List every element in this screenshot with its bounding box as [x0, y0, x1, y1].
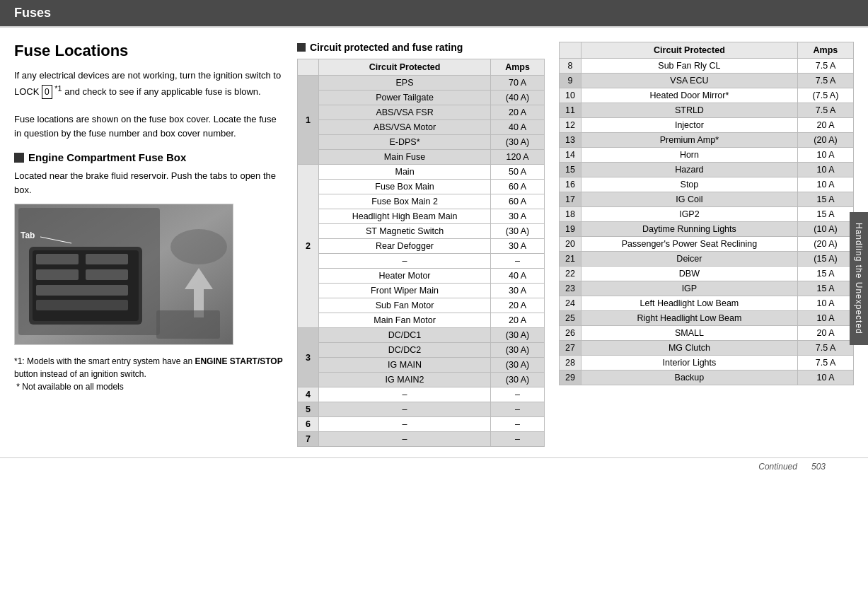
- right-fuse-number: 21: [560, 252, 581, 267]
- circuit-name: EPS: [319, 76, 491, 91]
- right-fuse-number: 16: [560, 177, 581, 192]
- fuse-table-row: 3DC/DC1(30 A): [298, 328, 545, 343]
- circuit-amps: –: [491, 417, 545, 432]
- fuse-number: 1: [298, 76, 319, 165]
- right-table-row: 15Hazard10 A: [560, 163, 854, 177]
- svg-point-14: [170, 229, 227, 264]
- right-circuit-amps: 10 A: [797, 177, 853, 192]
- circuit-amps: –: [491, 254, 545, 269]
- circuit-name: –: [319, 254, 491, 269]
- right-fuse-number: 18: [560, 207, 581, 222]
- circuit-amps: –: [491, 432, 545, 447]
- right-table-row: 12Injector20 A: [560, 118, 854, 133]
- right-fuse-number: 23: [560, 281, 581, 296]
- right-table-row: 8Sub Fan Rly CL7.5 A: [560, 59, 854, 74]
- continued-text: Continued 503: [758, 462, 826, 472]
- circuit-name: DC/DC2: [319, 343, 491, 358]
- circuit-amps: 20 A: [491, 105, 545, 120]
- right-fuse-number: 29: [560, 370, 581, 385]
- right-circuit-name: VSA ECU: [581, 74, 797, 88]
- fuse-number: 2: [298, 165, 319, 328]
- right-circuit-amps: (20 A): [797, 237, 853, 252]
- fuse-number: 6: [298, 417, 319, 432]
- fuse-box-image: Tab: [14, 204, 233, 345]
- svg-rect-6: [36, 269, 79, 280]
- circuit-amps: –: [491, 387, 545, 402]
- middle-column: Circuit protected and fuse rating Circui…: [297, 42, 545, 447]
- right-table-row: 13Premium Amp*(20 A): [560, 133, 854, 148]
- circuit-name: Main Fan Motor: [319, 313, 491, 328]
- circuit-name: DC/DC1: [319, 328, 491, 343]
- footnote: *1: Models with the smart entry system h…: [14, 355, 283, 393]
- right-circuit-amps: (15 A): [797, 252, 853, 267]
- right-table-row: 28Interior Lights7.5 A: [560, 356, 854, 370]
- circuit-amps: (40 A): [491, 91, 545, 105]
- heading-square-icon: [14, 153, 24, 163]
- right-table-row: 9VSA ECU7.5 A: [560, 74, 854, 88]
- circuit-name: IG MAIN: [319, 358, 491, 373]
- circuit-amps: (30 A): [491, 135, 545, 150]
- page-footer: Continued 503: [0, 457, 868, 475]
- circuit-amps: 30 A: [491, 284, 545, 298]
- fuse-table-row: Headlight High Beam Main30 A: [298, 209, 545, 224]
- fuse-number: 4: [298, 387, 319, 402]
- right-circuit-amps: 10 A: [797, 296, 853, 311]
- right-table-row: 17IG Coil15 A: [560, 192, 854, 207]
- right-table-row: 26SMALL20 A: [560, 326, 854, 341]
- fuse-number: 3: [298, 328, 319, 387]
- right-fuse-number: 17: [560, 192, 581, 207]
- right-fuse-number: 15: [560, 163, 581, 177]
- right-circuit-name: IG Coil: [581, 192, 797, 207]
- section-title: Fuse Locations: [14, 42, 283, 60]
- right-fuse-number: 8: [560, 59, 581, 74]
- right-table-row: 20Passenger's Power Seat Reclining(20 A): [560, 237, 854, 252]
- right-circuit-amps: 7.5 A: [797, 341, 853, 356]
- fuse-table-row: ABS/VSA Motor40 A: [298, 120, 545, 135]
- circuit-amps: 30 A: [491, 239, 545, 254]
- left-column: Fuse Locations If any electrical devices…: [14, 42, 283, 447]
- circuit-name: ABS/VSA FSR: [319, 105, 491, 120]
- svg-text:Tab: Tab: [21, 231, 35, 240]
- right-circuit-amps: 20 A: [797, 326, 853, 341]
- right-circuit-name: Hazard: [581, 163, 797, 177]
- circuit-name: Power Tailgate: [319, 91, 491, 105]
- right-circuit-name: Passenger's Power Seat Reclining: [581, 237, 797, 252]
- right-fuse-number: 13: [560, 133, 581, 148]
- fuse-table-row: 1EPS70 A: [298, 76, 545, 91]
- right-circuit-name: Left Headlight Low Beam: [581, 296, 797, 311]
- circuit-name: IG MAIN2: [319, 373, 491, 387]
- right-fuse-number: 9: [560, 74, 581, 88]
- circuit-amps: 30 A: [491, 209, 545, 224]
- svg-rect-9: [36, 300, 128, 310]
- svg-rect-5: [86, 254, 128, 264]
- right-circuit-name: Deicer: [581, 252, 797, 267]
- circuit-name: Headlight High Beam Main: [319, 209, 491, 224]
- right-circuit-name: Daytime Running Lights: [581, 222, 797, 237]
- right-circuit-amps: 15 A: [797, 192, 853, 207]
- circuit-name: –: [319, 432, 491, 447]
- right-col-num: [560, 42, 581, 59]
- fuse-table-row: 4––: [298, 387, 545, 402]
- right-circuit-amps: 10 A: [797, 148, 853, 163]
- circuit-amps: 20 A: [491, 298, 545, 313]
- right-circuit-name: Horn: [581, 148, 797, 163]
- right-circuit-amps: 15 A: [797, 267, 853, 281]
- svg-rect-7: [86, 269, 128, 280]
- circuit-name: ST Magnetic Switch: [319, 224, 491, 239]
- circuit-name: ABS/VSA Motor: [319, 120, 491, 135]
- right-circuit-name: Heated Door Mirror*: [581, 88, 797, 103]
- circuit-name: –: [319, 387, 491, 402]
- right-fuse-number: 25: [560, 311, 581, 326]
- svg-rect-8: [36, 285, 128, 296]
- fuse-table-row: DC/DC2(30 A): [298, 343, 545, 358]
- circuit-sq-icon: [297, 43, 306, 52]
- right-table-row: 27MG Clutch7.5 A: [560, 341, 854, 356]
- circuit-amps: 60 A: [491, 194, 545, 209]
- col-amps: Amps: [491, 59, 545, 76]
- fuse-table-row: E-DPS*(30 A): [298, 135, 545, 150]
- circuit-amps: (30 A): [491, 328, 545, 343]
- fuse-number: 7: [298, 432, 319, 447]
- circuit-name: E-DPS*: [319, 135, 491, 150]
- right-circuit-amps: 15 A: [797, 207, 853, 222]
- circuit-name: Sub Fan Motor: [319, 298, 491, 313]
